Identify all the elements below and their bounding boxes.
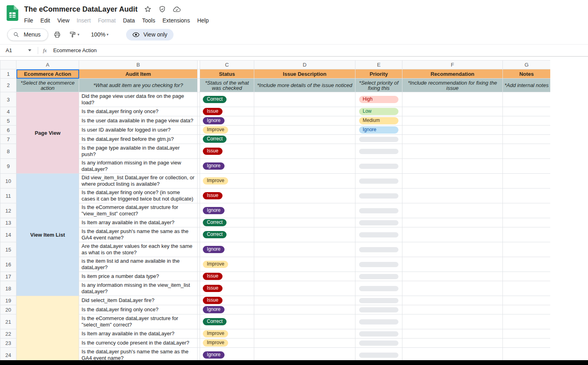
cell-C11[interactable]: Issue: [200, 189, 254, 203]
cell-F5[interactable]: [402, 116, 503, 126]
cell-G2[interactable]: *Add internal notes: [503, 79, 551, 92]
cell-C24[interactable]: Ignore: [200, 348, 254, 361]
cell-G20[interactable]: [503, 305, 551, 314]
cell-D4[interactable]: [254, 107, 355, 116]
cell-F1[interactable]: Recommendation: [402, 69, 503, 79]
cell-F2[interactable]: *Include recommendation for fixing the i…: [402, 79, 503, 92]
cell-E23[interactable]: [355, 339, 402, 348]
cell-G10[interactable]: [503, 174, 551, 189]
menu-extensions[interactable]: Extensions: [159, 16, 193, 25]
cell-G24[interactable]: [503, 348, 551, 361]
row-header-14[interactable]: 14: [0, 227, 16, 242]
cell-F9[interactable]: [402, 159, 503, 174]
cell-B17[interactable]: Is item price a number data type?: [79, 272, 198, 281]
row-header-4[interactable]: 4: [0, 107, 16, 116]
menus-button[interactable]: Menus: [7, 28, 48, 41]
cell-C16[interactable]: Improve: [200, 257, 254, 272]
cell-C12[interactable]: Ignore: [200, 203, 254, 218]
cell-E13[interactable]: [355, 218, 402, 227]
cell-G6[interactable]: [503, 126, 551, 135]
col-header-A[interactable]: A: [16, 61, 79, 69]
cell-E10[interactable]: [355, 174, 402, 189]
row-header-16[interactable]: 16: [0, 257, 16, 272]
menu-data[interactable]: Data: [119, 16, 139, 25]
cell-D18[interactable]: [254, 281, 355, 296]
cell-E24[interactable]: [355, 348, 402, 361]
cell-B4[interactable]: Is the dataLayer firing only once?: [79, 107, 198, 116]
cell-C7[interactable]: Correct: [200, 135, 254, 144]
cell-B22[interactable]: Is Item array available in the dataLayer…: [79, 329, 198, 339]
cell-B16[interactable]: is the item list id and name available i…: [79, 257, 198, 272]
cell-B7[interactable]: Is the dataLayer fired before the gtm.js…: [79, 135, 198, 144]
cell-F10[interactable]: [402, 174, 503, 189]
cell-C17[interactable]: Issue: [200, 272, 254, 281]
menu-tools[interactable]: Tools: [139, 16, 159, 25]
cell-G7[interactable]: [503, 135, 551, 144]
cell-B24[interactable]: Is the dataLayer push's name the same as…: [79, 348, 198, 361]
cell-G9[interactable]: [503, 159, 551, 174]
cell-C6[interactable]: Improve: [200, 126, 254, 135]
star-icon[interactable]: [144, 5, 152, 13]
shield-check-icon[interactable]: [158, 5, 166, 13]
col-header-C[interactable]: C: [200, 61, 254, 69]
cell-E5[interactable]: Medium: [355, 116, 402, 126]
formula-input[interactable]: Ecommerce Action: [53, 47, 96, 53]
cell-G14[interactable]: [503, 227, 551, 242]
cell-D21[interactable]: [254, 314, 355, 329]
cell-C14[interactable]: Correct: [200, 227, 254, 242]
cell-D11[interactable]: [254, 189, 355, 203]
cell-C22[interactable]: Improve: [200, 329, 254, 339]
cell-G17[interactable]: [503, 272, 551, 281]
cell-F18[interactable]: [402, 281, 503, 296]
cell-B3[interactable]: Did the page view user data fire on the …: [79, 92, 198, 107]
cell-E1[interactable]: Priority: [355, 69, 402, 79]
cell-D14[interactable]: [254, 227, 355, 242]
cell-F14[interactable]: [402, 227, 503, 242]
cell-B9[interactable]: Is any information missing in the page v…: [79, 159, 198, 174]
cell-E2[interactable]: *Select priority of fixing this: [355, 79, 402, 92]
row-header-3[interactable]: 3: [0, 92, 16, 107]
cell-G22[interactable]: [503, 329, 551, 339]
cell-C1[interactable]: Status: [200, 69, 254, 79]
cell-D12[interactable]: [254, 203, 355, 218]
cell-F23[interactable]: [402, 339, 503, 348]
cell-D23[interactable]: [254, 339, 355, 348]
cell-C3[interactable]: Correct: [200, 92, 254, 107]
cell-F6[interactable]: [402, 126, 503, 135]
row-header-15[interactable]: 15: [0, 242, 16, 257]
row-header-7[interactable]: 7: [0, 135, 16, 144]
cell-G23[interactable]: [503, 339, 551, 348]
cell-B23[interactable]: Is the currency code present in the data…: [79, 339, 198, 348]
cell-D20[interactable]: [254, 305, 355, 314]
cell-D1[interactable]: Issue Description: [254, 69, 355, 79]
cell-F16[interactable]: [402, 257, 503, 272]
cell-F12[interactable]: [402, 203, 503, 218]
cell-G4[interactable]: [503, 107, 551, 116]
cell-F4[interactable]: [402, 107, 503, 116]
cell-C19[interactable]: Issue: [200, 296, 254, 305]
cell-C10[interactable]: Improve: [200, 174, 254, 189]
cell-D9[interactable]: [254, 159, 355, 174]
col-header-E[interactable]: E: [355, 61, 402, 69]
cell-E15[interactable]: [355, 242, 402, 257]
cell-B18[interactable]: Is any information missing in the view_i…: [79, 281, 198, 296]
cell-D17[interactable]: [254, 272, 355, 281]
cell-F20[interactable]: [402, 305, 503, 314]
row-header-19[interactable]: 19: [0, 296, 16, 305]
row-header-17[interactable]: 17: [0, 272, 16, 281]
cell-D7[interactable]: [254, 135, 355, 144]
cell-F8[interactable]: [402, 144, 503, 159]
cell-G13[interactable]: [503, 218, 551, 227]
cell-D19[interactable]: [254, 296, 355, 305]
col-header-B[interactable]: B: [79, 61, 198, 69]
cell-B2[interactable]: *What audit item are you checking for?: [79, 79, 198, 92]
cell-C8[interactable]: Issue: [200, 144, 254, 159]
print-icon[interactable]: [51, 28, 64, 41]
cell-A2[interactable]: *Select the ecommerce action: [16, 79, 79, 92]
cell-E3[interactable]: High: [355, 92, 402, 107]
cell-C23[interactable]: Improve: [200, 339, 254, 348]
cell-E4[interactable]: Low: [355, 107, 402, 116]
document-title[interactable]: The eCommerce DataLayer Audit: [24, 5, 137, 14]
paint-format-button[interactable]: ▾: [66, 28, 82, 41]
cell-C20[interactable]: Ignore: [200, 305, 254, 314]
